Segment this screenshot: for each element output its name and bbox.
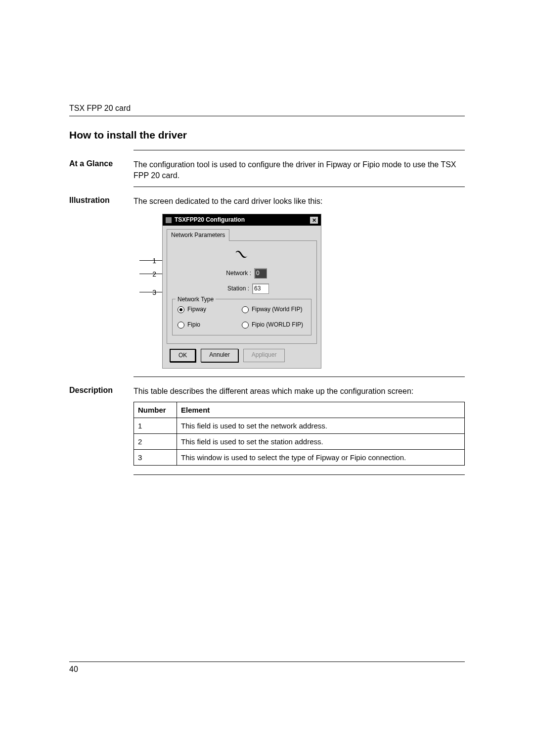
section-rule-bottom [134,474,465,475]
network-type-legend: Network Type [176,295,216,304]
callout-2: 2 [152,270,156,280]
section-rule [134,377,465,377]
callout-3: 3 [152,288,156,298]
radio-fipway-world[interactable]: Fipway (World FIP) [242,305,306,314]
table-row: 2 This field is used to set the station … [134,434,465,450]
network-input[interactable]: 0 [254,268,267,279]
cell-number: 2 [134,434,177,450]
station-field-row: Station : 63 [172,284,312,294]
callout-1: 1 [152,256,156,266]
col-header-element: Element [177,402,465,418]
col-header-number: Number [134,402,177,418]
page-title: How to install the driver [69,129,465,141]
section-rule [134,187,465,187]
station-input[interactable]: 63 [252,284,269,294]
illustration-label: Illustration [69,196,134,369]
dialog-button-row: OK Annuler Appliquer [163,349,321,368]
dialog-title: TSXFPP20 Configuration [175,216,245,224]
cell-number: 1 [134,418,177,434]
description-text: This table describes the different areas… [134,386,465,397]
close-icon[interactable]: ✕ [310,217,318,224]
radio-icon [178,322,184,329]
section-rule-top [134,150,465,150]
page-number: 40 [69,665,78,674]
apply-button: Appliquer [243,349,285,362]
table-row: 1 This field is used to set the network … [134,418,465,434]
radio-icon [242,322,249,329]
config-dialog: TSXFPP20 Configuration ✕ Network Paramet… [162,214,321,369]
radio-label: Fipway [187,305,206,314]
page-header: TSX FPP 20 card [69,104,465,113]
app-icon [166,217,172,223]
at-a-glance-label: At a Glance [69,159,134,182]
radio-label: Fipio [187,321,200,329]
illustration-text: The screen dedicated to the card driver … [134,196,465,207]
at-a-glance-text: The configuration tool is used to config… [134,159,465,182]
table-row: 3 This window is used to select the type… [134,450,465,466]
radio-label: Fipio (WORLD FIP) [252,321,303,329]
radio-fipio-world[interactable]: Fipio (WORLD FIP) [242,321,306,329]
footer-rule [69,662,465,662]
network-type-fieldset: Network Type Fipway [172,299,312,335]
network-label: Network : [217,269,251,278]
radio-icon [178,306,184,313]
ok-button[interactable]: OK [170,349,196,362]
cell-element: This field is used to set the station ad… [177,434,465,450]
radio-fipway[interactable]: Fipway [178,305,242,314]
description-table: Number Element 1 This field is used to s… [134,402,465,466]
tab-network-parameters[interactable]: Network Parameters [167,229,229,241]
header-rule [69,116,465,116]
cell-number: 3 [134,450,177,466]
cancel-button[interactable]: Annuler [201,349,238,362]
cell-element: This field is used to set the network ad… [177,418,465,434]
radio-fipio[interactable]: Fipio [178,321,242,329]
network-field-row: Network : 0 [172,268,312,279]
radio-icon [242,306,249,313]
brand-logo-icon [172,249,312,261]
dialog-title-bar: TSXFPP20 Configuration ✕ [163,214,321,226]
station-label: Station : [215,284,249,293]
tab-panel: Network : 0 Station : 63 Network Type [167,240,317,344]
radio-label: Fipway (World FIP) [252,305,302,314]
description-label: Description [69,386,134,466]
cell-element: This window is used to select the type o… [177,450,465,466]
